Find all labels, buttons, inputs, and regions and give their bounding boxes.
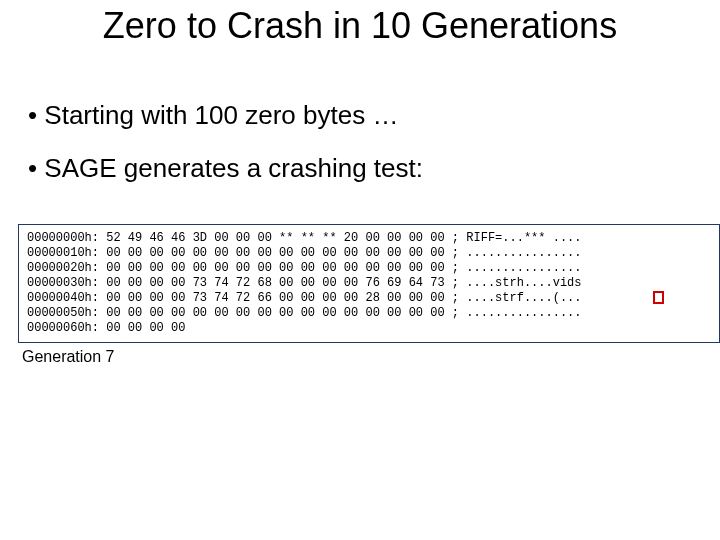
bullet-2: SAGE generates a crashing test: bbox=[28, 153, 423, 184]
hexdump-block: 00000000h: 52 49 46 46 3D 00 00 00 ** **… bbox=[18, 224, 720, 343]
bullet-1: Starting with 100 zero bytes … bbox=[28, 100, 423, 131]
slide-title: Zero to Crash in 10 Generations bbox=[0, 6, 720, 46]
generation-label: Generation 7 bbox=[22, 348, 115, 366]
highlight-box-icon bbox=[653, 291, 664, 304]
bullet-list: Starting with 100 zero bytes … SAGE gene… bbox=[28, 100, 423, 206]
